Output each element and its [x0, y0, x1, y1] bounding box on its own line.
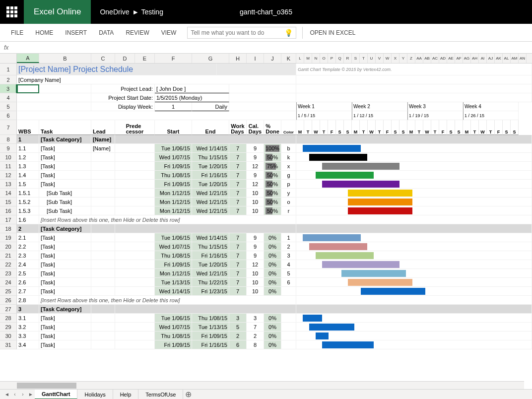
row-header-13[interactable]: 13 [0, 180, 17, 189]
color-cell[interactable]: x [281, 162, 296, 171]
lead-cell[interactable] [91, 269, 115, 278]
task-cell[interactable]: [Sub Task] [39, 206, 91, 215]
day-hdr[interactable]: S [503, 120, 511, 135]
col-header-A[interactable]: A [17, 54, 39, 63]
hdr-wd[interactable]: WorkDays [229, 120, 247, 135]
label-lead[interactable]: Project Lead: [91, 84, 155, 93]
start-cell[interactable]: Mon 1/12/15 [155, 206, 192, 215]
task-cell[interactable]: [Sub Task] [39, 198, 91, 206]
wbs-cell[interactable]: 2.4 [17, 260, 39, 269]
horizontal-scrollbar[interactable] [0, 381, 524, 389]
hdr-wbs[interactable]: WBS [17, 120, 39, 135]
task-cell[interactable]: [Task] [39, 340, 91, 349]
wd-cell[interactable]: 7 [229, 162, 247, 171]
color-cell[interactable]: y [281, 189, 296, 198]
hdr-lead_c[interactable]: Lead [91, 120, 115, 135]
hdr-pred[interactable]: Predecessor [115, 120, 155, 135]
week-label-3[interactable]: Week 4 [463, 102, 519, 111]
task-cell[interactable]: [Task] [39, 269, 91, 278]
day-hdr[interactable]: T [415, 120, 423, 135]
label-week[interactable]: Display Week: [91, 102, 155, 111]
wbs-cell[interactable]: 2.6 [17, 278, 39, 287]
task-cell[interactable]: [Sub Task] [39, 189, 91, 198]
day-hdr[interactable]: S [344, 120, 352, 135]
gantt-cell[interactable] [296, 323, 532, 332]
cd-cell[interactable]: 9 [247, 233, 264, 242]
hdr-done[interactable]: %Done [264, 120, 281, 135]
value-lead[interactable]: [ John Doe ] [155, 84, 229, 93]
pred-cell[interactable] [115, 206, 155, 215]
week-date-3[interactable]: 1 / 26 / 15 [463, 111, 519, 120]
row-header-19[interactable]: 19 [0, 233, 17, 242]
wd-cell[interactable]: 7 [229, 260, 247, 269]
col-header-R[interactable]: R [344, 54, 352, 63]
day-hdr[interactable]: S [511, 120, 519, 135]
sheet-tab-ganttchart[interactable]: GanttChart [35, 390, 77, 399]
day-hdr[interactable]: M [407, 120, 415, 135]
pred-cell[interactable] [115, 189, 155, 198]
color-cell[interactable] [281, 323, 296, 332]
lead-cell[interactable] [91, 314, 115, 323]
done-cell[interactable]: 0% [264, 260, 281, 269]
gantt-cell[interactable] [296, 332, 532, 340]
day-hdr[interactable]: T [320, 120, 328, 135]
row-header-30[interactable]: 30 [0, 332, 17, 340]
task-cell[interactable]: [Task] [39, 180, 91, 189]
day-hdr[interactable]: S [392, 120, 399, 135]
task-cell[interactable]: [Task] [39, 144, 91, 153]
start-cell[interactable]: Fri 1/09/15 [155, 162, 192, 171]
done-cell[interactable]: 50% [264, 206, 281, 215]
end-cell[interactable]: Fri 1/23/15 [192, 287, 229, 296]
start-cell[interactable]: Thu 1/08/15 [155, 171, 192, 180]
lead-cell[interactable] [91, 278, 115, 287]
gantt-cell[interactable] [296, 215, 532, 224]
end-cell[interactable]: Wed 1/21/15 [192, 206, 229, 215]
day-hdr[interactable]: S [399, 120, 407, 135]
task-cell[interactable]: [Task] [39, 153, 91, 162]
credit-cell[interactable]: Gantt Chart Template © 2015 by Vertex42.… [296, 64, 532, 75]
done-cell[interactable]: 0% [264, 314, 281, 323]
day-hdr[interactable]: W [312, 120, 320, 135]
wbs-cell[interactable]: 1.5.1 [17, 189, 39, 198]
col-header-AM[interactable]: AM [511, 54, 519, 63]
start-cell[interactable]: Wed 1/14/15 [155, 287, 192, 296]
col-header-Z[interactable]: Z [407, 54, 415, 63]
col-header-AG[interactable]: AG [463, 54, 471, 63]
cd-cell[interactable]: 2 [247, 332, 264, 340]
end-cell[interactable]: Wed 1/21/15 [192, 189, 229, 198]
col-header-N[interactable]: N [312, 54, 320, 63]
lead-cell[interactable]: [Name] [91, 144, 115, 153]
open-in-excel-button[interactable]: OPEN IN EXCEL [302, 27, 362, 39]
gantt-cell[interactable] [296, 233, 532, 242]
lead-cell[interactable] [91, 233, 115, 242]
row-header-23[interactable]: 23 [0, 269, 17, 278]
task-cell[interactable]: [Task] [39, 171, 91, 180]
gantt-cell[interactable] [296, 340, 532, 349]
cell[interactable] [296, 75, 532, 84]
col-header-AE[interactable]: AE [447, 54, 455, 63]
task-cell[interactable]: [Task] [39, 323, 91, 332]
gantt-cell[interactable] [296, 162, 532, 171]
col-header-F[interactable]: F [155, 54, 192, 63]
col-header-AD[interactable]: AD [439, 54, 447, 63]
col-header-AF[interactable]: AF [455, 54, 463, 63]
color-cell[interactable] [281, 340, 296, 349]
cell[interactable] [115, 224, 296, 233]
ribbon-tab-insert[interactable]: INSERT [59, 24, 93, 42]
col-header-E[interactable]: E [135, 54, 155, 63]
cell[interactable] [17, 93, 91, 102]
col-header-C[interactable]: C [91, 54, 115, 63]
color-cell[interactable]: 1 [281, 233, 296, 242]
done-cell[interactable]: 50% [264, 171, 281, 180]
sheet-nav-prev[interactable]: ‹ [11, 391, 19, 399]
col-header-AN[interactable]: AN [519, 54, 527, 63]
start-cell[interactable]: Mon 1/12/15 [155, 189, 192, 198]
tell-me-search[interactable]: 💡 [187, 27, 296, 39]
start-cell[interactable]: Fri 1/09/15 [155, 180, 192, 189]
gantt-cell[interactable] [296, 180, 532, 189]
week-label-2[interactable]: Week 3 [407, 102, 463, 111]
lead-cell[interactable] [91, 251, 115, 260]
cd-cell[interactable]: 9 [247, 242, 264, 251]
hdr-end[interactable]: End [192, 120, 229, 135]
cd-cell[interactable]: 10 [247, 198, 264, 206]
